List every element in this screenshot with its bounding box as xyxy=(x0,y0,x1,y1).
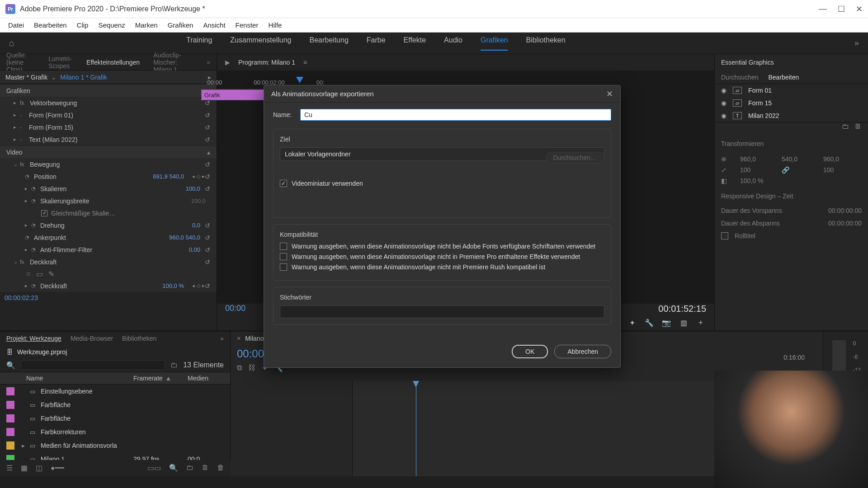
compat-label: Kompatibilität xyxy=(280,231,604,238)
keywords-label: Stichwörter xyxy=(280,294,604,301)
browse-button: Durchsuchen… xyxy=(546,152,605,164)
compat-fonts-label: Warnung ausgeben, wenn diese Animationsv… xyxy=(292,243,595,250)
compat-rush-checkbox[interactable] xyxy=(280,263,287,271)
keywords-input[interactable] xyxy=(280,305,604,318)
export-motion-template-dialog: Als Animationsvorlage exportieren ✕ Name… xyxy=(264,85,621,368)
destination-label: Ziel xyxy=(280,136,604,143)
video-thumbnail-label: Videominiatur verwenden xyxy=(292,180,363,187)
compat-fonts-checkbox[interactable] xyxy=(280,243,287,250)
ok-button[interactable]: OK xyxy=(512,345,548,358)
dialog-close-button[interactable]: ✕ xyxy=(606,89,613,99)
cancel-button[interactable]: Abbrechen xyxy=(554,345,611,358)
compat-rush-label: Warnung ausgeben, wenn diese Animationsv… xyxy=(292,263,545,271)
compat-effects-checkbox[interactable] xyxy=(280,253,287,260)
name-label: Name: xyxy=(273,111,300,118)
dialog-title: Als Animationsvorlage exportieren xyxy=(271,90,374,98)
video-thumbnail-checkbox[interactable] xyxy=(280,180,287,187)
compat-effects-label: Warnung ausgeben, wenn diese Animationsv… xyxy=(292,253,580,260)
template-name-input[interactable] xyxy=(300,109,611,121)
